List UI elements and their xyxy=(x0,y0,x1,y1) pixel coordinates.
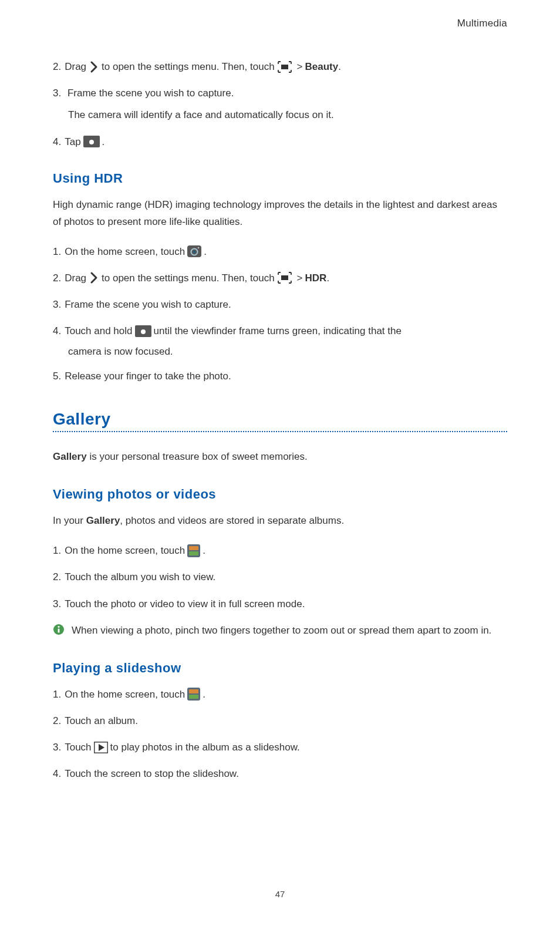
step-text: Touch the screen to stop the slideshow. xyxy=(65,766,239,782)
beauty-label: Beauty xyxy=(305,59,339,75)
step-item: 3. Touch to play photos in the album as … xyxy=(53,739,507,755)
step-item: 4. Tap . xyxy=(53,134,507,150)
period: . xyxy=(102,134,105,150)
step-text: Touch xyxy=(65,739,91,755)
gallery-app-icon xyxy=(187,688,200,701)
viewing-heading: Viewing photos or videos xyxy=(53,487,507,502)
play-icon xyxy=(94,742,108,753)
gallery-intro: Gallery is your personal treasure box of… xyxy=(53,449,507,466)
step-number: 2. xyxy=(53,270,61,286)
step-text: Touch the album you wish to view. xyxy=(65,569,215,585)
greater-than-separator: > xyxy=(297,270,303,286)
beauty-steps-continued: 2. Drag to open the settings menu. Then,… xyxy=(53,59,507,150)
step-text: On the home screen, touch xyxy=(65,244,185,260)
gallery-app-icon xyxy=(187,544,200,557)
step-text: Touch and hold xyxy=(65,323,132,339)
camera-app-icon xyxy=(187,245,201,257)
info-text: When viewing a photo, pinch two fingers … xyxy=(72,622,491,639)
step-number: 3. xyxy=(53,596,61,612)
capture-mode-icon xyxy=(277,271,292,284)
svg-rect-17 xyxy=(58,628,60,632)
chevron-right-icon xyxy=(89,271,99,284)
step-text: to play photos in the album as a slidesh… xyxy=(110,739,300,755)
step-text: Drag xyxy=(65,59,86,75)
step-number: 1. xyxy=(53,686,61,702)
step-text: Frame the scene you wish to capture. xyxy=(68,87,234,99)
breadcrumb: Multimedia xyxy=(53,18,507,29)
viewing-intro: In your Gallery, photos and videos are s… xyxy=(53,513,507,530)
step-item: 1. On the home screen, touch . xyxy=(53,244,507,260)
step-text: On the home screen, touch xyxy=(65,543,185,558)
dotted-divider xyxy=(53,431,507,432)
step-text: On the home screen, touch xyxy=(65,686,185,702)
step-number: 4. xyxy=(53,134,61,150)
period: . xyxy=(203,543,205,558)
gallery-heading: Gallery xyxy=(53,410,507,429)
step-text: until the viewfinder frame turns green, … xyxy=(154,323,402,339)
step-item: 3. Touch the photo or video to view it i… xyxy=(53,596,507,612)
step-item: 5. Release your finger to take the photo… xyxy=(53,368,507,384)
step-item: 2. Touch the album you wish to view. xyxy=(53,569,507,585)
step-text: Release your finger to take the photo. xyxy=(65,368,231,384)
step-number: 4. xyxy=(53,766,61,782)
step-number: 4. xyxy=(53,323,61,339)
svg-rect-14 xyxy=(189,551,198,555)
capture-mode-icon xyxy=(277,60,292,73)
gallery-intro-rest: is your personal treasure box of sweet m… xyxy=(87,451,308,462)
period: . xyxy=(204,244,207,260)
svg-point-7 xyxy=(198,247,199,248)
svg-rect-13 xyxy=(189,546,198,550)
step-text: Touch the photo or video to view it in f… xyxy=(65,596,305,612)
step-number: 3. xyxy=(53,87,61,99)
hdr-intro: High dynamic range (HDR) imaging technol… xyxy=(53,197,507,231)
svg-point-11 xyxy=(141,329,146,334)
step-number: 2. xyxy=(53,59,61,75)
svg-rect-0 xyxy=(281,65,288,69)
hdr-steps: 1. On the home screen, touch . 2. Drag t… xyxy=(53,244,507,385)
step-item: 1. On the home screen, touch . xyxy=(53,543,507,558)
step-item: 3. Frame the scene you wish to capture. … xyxy=(53,85,507,123)
period: . xyxy=(338,59,341,75)
svg-point-3 xyxy=(89,140,94,144)
viewing-steps: 1. On the home screen, touch . 2. Touch … xyxy=(53,543,507,612)
slideshow-heading: Playing a slideshow xyxy=(53,661,507,676)
step-subtext: The camera will identify a face and auto… xyxy=(68,107,522,123)
camera-shutter-icon xyxy=(83,136,100,147)
step-item: 2. Touch an album. xyxy=(53,713,507,729)
step-text: to open the settings menu. Then, touch xyxy=(102,270,275,286)
step-item: 4. Touch the screen to stop the slidesho… xyxy=(53,766,507,782)
svg-point-6 xyxy=(193,251,196,254)
step-text: Touch an album. xyxy=(65,713,138,729)
chevron-right-icon xyxy=(89,60,99,73)
step-item: 3. Frame the scene you wish to capture. xyxy=(53,297,507,312)
svg-rect-19 xyxy=(189,689,198,693)
step-number: 3. xyxy=(53,739,61,755)
viewing-intro-b: , photos and videos are stored in separa… xyxy=(120,515,344,526)
step-text: Drag xyxy=(65,270,86,286)
camera-shutter-icon xyxy=(135,325,151,337)
svg-rect-8 xyxy=(281,275,288,280)
viewing-intro-bold: Gallery xyxy=(86,515,120,526)
step-number: 2. xyxy=(53,713,61,729)
step-text: to open the settings menu. Then, touch xyxy=(102,59,275,75)
step-item: 1. On the home screen, touch . xyxy=(53,686,507,702)
step-item: 2. Drag to open the settings menu. Then,… xyxy=(53,270,507,286)
step-number: 2. xyxy=(53,569,61,585)
step-number: 1. xyxy=(53,244,61,260)
svg-point-16 xyxy=(58,626,59,628)
step-continuation: camera is now focused. xyxy=(68,346,507,358)
slideshow-steps: 1. On the home screen, touch . 2. Touch … xyxy=(53,686,507,782)
svg-rect-20 xyxy=(189,695,198,699)
viewing-intro-a: In your xyxy=(53,515,86,526)
step-number: 5. xyxy=(53,368,61,384)
step-item: 4. Touch and hold until the viewfinder f… xyxy=(53,323,507,339)
greater-than-separator: > xyxy=(297,59,303,75)
step-item: 2. Drag to open the settings menu. Then,… xyxy=(53,59,507,75)
gallery-bold: Gallery xyxy=(53,451,87,462)
period: . xyxy=(326,270,329,286)
hdr-heading: Using HDR xyxy=(53,171,507,186)
info-callout: When viewing a photo, pinch two fingers … xyxy=(53,622,507,639)
step-number: 1. xyxy=(53,543,61,558)
period: . xyxy=(203,686,205,702)
hdr-label: HDR xyxy=(305,270,327,286)
